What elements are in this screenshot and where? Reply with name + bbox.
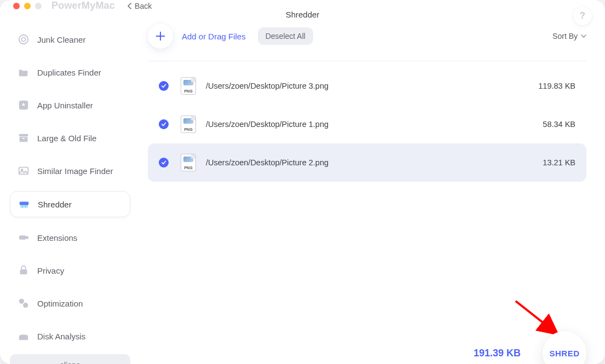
toolbar: Add or Drag Files Deselect All Sort By bbox=[148, 24, 586, 61]
close-window-button[interactable] bbox=[13, 3, 20, 9]
app-window: PowerMyMac Back Shredder ? Junk Cleaner bbox=[0, 0, 605, 364]
sidebar-item-label: Optimization bbox=[37, 299, 83, 308]
file-type-icon: PNG bbox=[181, 115, 196, 133]
sidebar-item-label: Privacy bbox=[37, 266, 64, 275]
image-icon bbox=[18, 165, 30, 177]
sidebar-item-shredder[interactable]: Shredder bbox=[10, 191, 130, 217]
sidebar-item-label: Duplicates Finder bbox=[37, 68, 101, 77]
svg-rect-3 bbox=[19, 134, 28, 137]
file-row[interactable]: PNG /Users/zoen/Desktop/Picture 1.png 58… bbox=[148, 105, 586, 143]
minimize-window-button[interactable] bbox=[24, 3, 31, 9]
svg-point-1 bbox=[21, 37, 25, 41]
body: Junk Cleaner Duplicates Finder App Unins… bbox=[0, 11, 605, 364]
main-content: Add or Drag Files Deselect All Sort By P… bbox=[137, 11, 605, 364]
svg-point-15 bbox=[19, 334, 28, 338]
app-icon bbox=[18, 99, 30, 111]
sidebar-item-extensions[interactable]: Extensions bbox=[10, 225, 130, 250]
sidebar-item-label: Large & Old File bbox=[37, 134, 96, 143]
file-list: PNG /Users/zoen/Desktop/Picture 3.png 11… bbox=[148, 67, 586, 182]
sidebar-item-optimization[interactable]: Optimization bbox=[10, 291, 130, 316]
lock-icon bbox=[18, 264, 30, 276]
maximize-window-button[interactable] bbox=[35, 3, 42, 9]
sidebar-item-label: Similar Image Finder bbox=[37, 166, 113, 176]
sidebar-item-duplicates-finder[interactable]: Duplicates Finder bbox=[10, 60, 130, 85]
chevron-down-icon bbox=[581, 34, 586, 38]
sidebar-item-app-uninstaller[interactable]: App Uninstaller bbox=[10, 93, 130, 118]
sort-by-dropdown[interactable]: Sort By bbox=[552, 32, 586, 41]
file-row[interactable]: PNG /Users/zoen/Desktop/Picture 2.png 13… bbox=[148, 143, 586, 182]
sidebar-item-privacy[interactable]: Privacy bbox=[10, 258, 130, 283]
file-type-icon: PNG bbox=[181, 154, 196, 171]
file-checkbox[interactable] bbox=[159, 119, 169, 129]
target-icon bbox=[18, 33, 30, 45]
optimization-icon bbox=[18, 297, 30, 309]
titlebar: PowerMyMac Back Shredder ? bbox=[0, 0, 605, 11]
chevron-left-icon bbox=[127, 3, 132, 9]
svg-rect-11 bbox=[20, 269, 27, 274]
svg-rect-8 bbox=[20, 201, 29, 205]
svg-rect-6 bbox=[19, 167, 28, 175]
shred-button-label: SHRED bbox=[549, 349, 579, 358]
sidebar-item-disk-analysis[interactable]: Disk Analysis bbox=[10, 323, 130, 349]
folder-stack-icon bbox=[18, 66, 30, 78]
file-checkbox[interactable] bbox=[159, 158, 169, 167]
file-row[interactable]: PNG /Users/zoen/Desktop/Picture 3.png 11… bbox=[148, 67, 586, 105]
svg-point-12 bbox=[19, 299, 24, 304]
archive-icon bbox=[18, 132, 30, 144]
sidebar-item-label: Junk Cleaner bbox=[37, 35, 85, 44]
sort-by-label: Sort By bbox=[552, 32, 578, 41]
file-type-icon: PNG bbox=[181, 77, 196, 95]
footer: 191.39 KB SHRED bbox=[474, 331, 586, 364]
svg-rect-4 bbox=[20, 137, 28, 142]
sidebar: Junk Cleaner Duplicates Finder App Unins… bbox=[0, 11, 137, 364]
check-icon bbox=[161, 160, 166, 165]
add-files-button[interactable] bbox=[148, 24, 173, 49]
total-size: 191.39 KB bbox=[474, 348, 521, 359]
svg-point-0 bbox=[19, 35, 28, 44]
svg-point-13 bbox=[23, 303, 28, 308]
add-files-label[interactable]: Add or Drag Files bbox=[182, 32, 246, 41]
svg-rect-5 bbox=[22, 138, 25, 139]
shred-button[interactable]: SHRED bbox=[543, 331, 586, 364]
sidebar-item-label: Extensions bbox=[37, 233, 77, 242]
disk-icon bbox=[18, 330, 30, 342]
user-chip[interactable]: eliene bbox=[10, 354, 130, 364]
file-path: /Users/zoen/Desktop/Picture 3.png bbox=[206, 82, 538, 90]
file-path: /Users/zoen/Desktop/Picture 2.png bbox=[206, 158, 543, 167]
sidebar-item-large-old-file[interactable]: Large & Old File bbox=[10, 125, 130, 151]
svg-rect-9 bbox=[19, 235, 26, 239]
back-label: Back bbox=[135, 2, 152, 10]
user-name: eliene bbox=[60, 361, 80, 364]
file-size: 13.21 KB bbox=[543, 158, 575, 167]
file-size: 119.83 KB bbox=[538, 82, 575, 90]
sidebar-nav: Junk Cleaner Duplicates Finder App Unins… bbox=[10, 27, 130, 349]
svg-point-10 bbox=[26, 236, 28, 239]
plus-icon bbox=[154, 30, 166, 42]
check-icon bbox=[161, 83, 166, 89]
window-controls bbox=[13, 3, 42, 9]
extensions-icon bbox=[18, 232, 30, 244]
file-size: 58.34 KB bbox=[543, 120, 575, 129]
check-icon bbox=[161, 122, 166, 127]
file-path: /Users/zoen/Desktop/Picture 1.png bbox=[206, 120, 543, 129]
sidebar-item-label: Disk Analysis bbox=[37, 332, 85, 341]
app-name: PowerMyMac bbox=[51, 0, 115, 11]
deselect-all-button[interactable]: Deselect All bbox=[258, 27, 313, 45]
shredder-icon bbox=[18, 198, 30, 210]
sidebar-item-label: App Uninstaller bbox=[37, 101, 93, 110]
sidebar-item-similar-image-finder[interactable]: Similar Image Finder bbox=[10, 158, 130, 183]
sidebar-item-label: Shredder bbox=[38, 200, 72, 209]
back-button[interactable]: Back bbox=[127, 2, 152, 10]
file-checkbox[interactable] bbox=[159, 81, 169, 91]
sidebar-item-junk-cleaner[interactable]: Junk Cleaner bbox=[10, 27, 130, 52]
